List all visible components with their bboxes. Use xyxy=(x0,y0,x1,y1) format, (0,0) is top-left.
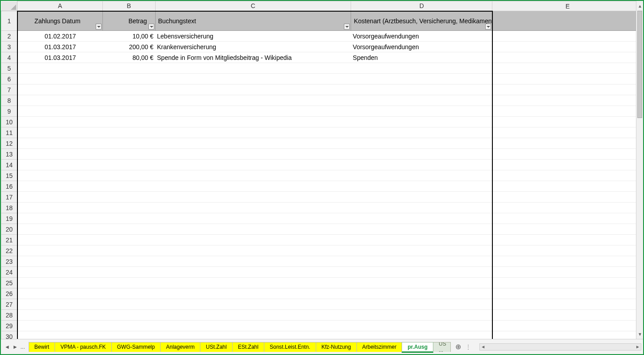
cell[interactable] xyxy=(102,149,155,160)
cell[interactable] xyxy=(492,95,643,106)
cell[interactable] xyxy=(351,85,492,95)
tab-overflow-icon[interactable]: ... xyxy=(21,344,25,350)
cell[interactable] xyxy=(492,74,643,85)
cell[interactable] xyxy=(102,321,155,331)
cell[interactable] xyxy=(17,203,103,213)
row-header[interactable]: 17 xyxy=(1,192,17,203)
row-header[interactable]: 9 xyxy=(1,106,17,117)
scroll-thumb[interactable] xyxy=(637,11,642,118)
cell[interactable] xyxy=(102,170,155,181)
row-header[interactable]: 27 xyxy=(1,299,17,310)
cell[interactable] xyxy=(155,331,351,339)
cell[interactable] xyxy=(102,288,155,299)
row-header[interactable]: 13 xyxy=(1,149,17,160)
cell[interactable] xyxy=(102,267,155,278)
row-header[interactable]: 29 xyxy=(1,321,17,331)
cell[interactable]: Krankenversicherung xyxy=(155,42,351,52)
cell[interactable]: Spenden xyxy=(351,52,492,63)
cell[interactable] xyxy=(102,127,155,138)
cell[interactable] xyxy=(17,106,103,117)
cell[interactable] xyxy=(351,267,492,278)
cell[interactable] xyxy=(102,224,155,235)
cell[interactable]: 01.03.2017 xyxy=(17,42,103,52)
cell[interactable] xyxy=(155,192,351,203)
cell[interactable] xyxy=(102,235,155,245)
cell[interactable] xyxy=(351,288,492,299)
cell[interactable] xyxy=(17,310,103,321)
cell[interactable] xyxy=(155,213,351,224)
cell[interactable] xyxy=(492,203,643,213)
cell[interactable] xyxy=(102,278,155,288)
cell[interactable]: Vorsorgeaufwendungen xyxy=(351,42,492,52)
cell[interactable] xyxy=(155,160,351,170)
cell[interactable] xyxy=(155,310,351,321)
cell[interactable] xyxy=(155,95,351,106)
cell[interactable] xyxy=(492,235,643,245)
row-header[interactable]: 23 xyxy=(1,256,17,267)
cell[interactable]: 01.03.2017 xyxy=(17,52,103,63)
horizontal-scrollbar[interactable]: ◄ ► xyxy=(479,343,641,351)
sheet-tab[interactable]: Arbeitszimmer xyxy=(356,342,402,352)
cell[interactable] xyxy=(492,321,643,331)
cell[interactable] xyxy=(492,181,643,192)
cell[interactable] xyxy=(155,224,351,235)
cell[interactable] xyxy=(17,224,103,235)
cell[interactable] xyxy=(155,106,351,117)
cell[interactable] xyxy=(17,170,103,181)
cell[interactable] xyxy=(102,256,155,267)
row-header[interactable]: 21 xyxy=(1,235,17,245)
cell[interactable] xyxy=(17,245,103,256)
select-all-triangle[interactable] xyxy=(1,1,17,11)
row-header[interactable]: 7 xyxy=(1,85,17,95)
cell[interactable] xyxy=(351,256,492,267)
cell[interactable] xyxy=(492,127,643,138)
cell[interactable]: Vorsorgeaufwendungen xyxy=(351,31,492,42)
row-header[interactable]: 24 xyxy=(1,267,17,278)
cell[interactable] xyxy=(17,74,103,85)
row-header[interactable]: 11 xyxy=(1,127,17,138)
cell[interactable] xyxy=(17,299,103,310)
cell[interactable] xyxy=(492,160,643,170)
cell[interactable] xyxy=(351,63,492,74)
cell[interactable] xyxy=(351,106,492,117)
sheet-tab[interactable]: Anlageverm xyxy=(160,342,200,352)
sheet-tab[interactable]: Kfz-Nutzung xyxy=(316,342,357,352)
cell[interactable] xyxy=(492,170,643,181)
row-header[interactable]: 4 xyxy=(1,52,17,63)
row-header[interactable]: 3 xyxy=(1,42,17,52)
cell[interactable] xyxy=(492,267,643,278)
cell[interactable] xyxy=(155,127,351,138)
cell[interactable] xyxy=(492,52,643,63)
cell[interactable] xyxy=(17,213,103,224)
cell[interactable] xyxy=(492,63,643,74)
cell[interactable] xyxy=(351,95,492,106)
tab-nav-next-icon[interactable]: ► xyxy=(13,344,18,350)
cell[interactable] xyxy=(492,213,643,224)
sheet-tab[interactable]: USt.Zahl xyxy=(200,342,233,352)
cell[interactable] xyxy=(492,310,643,321)
cell[interactable] xyxy=(492,256,643,267)
cell[interactable] xyxy=(17,138,103,149)
cell[interactable] xyxy=(17,267,103,278)
row-header[interactable]: 28 xyxy=(1,310,17,321)
cell[interactable] xyxy=(155,149,351,160)
row-header[interactable]: 22 xyxy=(1,245,17,256)
cell[interactable] xyxy=(492,31,643,42)
tab-nav-prev-icon[interactable]: ◄ xyxy=(4,344,10,350)
cell[interactable] xyxy=(155,267,351,278)
cell[interactable] xyxy=(17,85,103,95)
cell[interactable] xyxy=(17,278,103,288)
cell[interactable] xyxy=(492,85,643,95)
cell[interactable] xyxy=(351,181,492,192)
cell[interactable]: Spende in Form von Mitgliedsbeitrag - Wi… xyxy=(155,52,351,63)
filter-dropdown-icon[interactable] xyxy=(96,24,102,30)
row-header[interactable]: 25 xyxy=(1,278,17,288)
cell[interactable] xyxy=(351,224,492,235)
cell[interactable] xyxy=(102,138,155,149)
row-header[interactable]: 15 xyxy=(1,170,17,181)
col-header-E[interactable]: E xyxy=(492,1,643,11)
sheet-tab-truncated[interactable]: US ... xyxy=(433,342,451,352)
cell[interactable] xyxy=(102,63,155,74)
cell[interactable] xyxy=(155,203,351,213)
col-header-A[interactable]: A xyxy=(17,1,103,11)
